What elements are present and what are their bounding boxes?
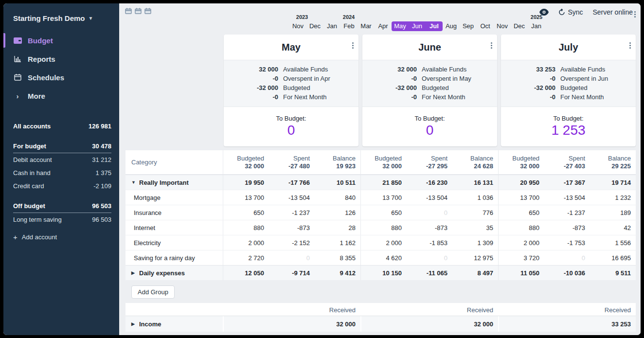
month-strip-item-jul-8[interactable]: Jul — [426, 21, 443, 31]
spent-cell[interactable]: -17 367 — [544, 175, 590, 190]
budgeted-cell[interactable]: 2 000 — [361, 235, 407, 250]
budgeted-cell[interactable]: 13 700 — [361, 190, 407, 205]
month-menu-icon[interactable] — [352, 42, 354, 49]
balance-cell[interactable]: 28 — [315, 220, 360, 235]
category-menu-icon[interactable] — [634, 11, 636, 18]
budgeted-cell[interactable]: 650 — [499, 205, 544, 220]
spent-cell[interactable]: 0 — [544, 250, 590, 265]
budgeted-cell[interactable]: 2 000 — [223, 235, 269, 250]
account-row[interactable]: Long term saving 96 503 — [13, 213, 111, 226]
balance-cell[interactable]: 126 — [315, 205, 360, 220]
account-row[interactable]: Cash in hand 1 375 — [13, 166, 111, 179]
spent-cell[interactable]: -17 766 — [269, 175, 315, 190]
category-name[interactable]: Saving for a rainy day — [134, 254, 195, 262]
budgeted-cell[interactable]: 20 950 — [499, 175, 544, 190]
income-group-label[interactable]: Income — [139, 320, 161, 328]
balance-cell[interactable]: 8 497 — [452, 266, 498, 280]
balance-cell[interactable]: 19 714 — [590, 175, 636, 190]
budgeted-cell[interactable]: 11 050 — [499, 266, 544, 280]
expand-icon[interactable]: ▶ — [131, 321, 136, 326]
balance-cell[interactable]: 10 511 — [315, 175, 360, 190]
category-name[interactable]: Really Important — [139, 179, 189, 186]
balance-cell[interactable]: 1 309 — [452, 235, 498, 250]
budgeted-cell[interactable]: 21 850 — [361, 175, 407, 190]
budgeted-cell[interactable]: 650 — [223, 205, 269, 220]
balance-cell[interactable]: 16 695 — [590, 250, 636, 265]
month-view-icon-2[interactable] — [135, 8, 142, 14]
category-name[interactable]: Daily expenses — [139, 269, 185, 277]
account-group-header[interactable]: For budget30 478 — [13, 140, 111, 153]
month-strip-item-jan-14[interactable]: Jan — [528, 21, 545, 31]
balance-cell[interactable]: 12 975 — [452, 250, 498, 265]
budgeted-cell[interactable]: 13 700 — [499, 190, 544, 205]
privacy-eye-icon[interactable] — [539, 9, 549, 16]
month-strip-item-feb-3[interactable]: Feb — [340, 21, 358, 31]
spent-cell[interactable]: 0 — [407, 250, 452, 265]
budgeted-cell[interactable]: 13 700 — [223, 190, 269, 205]
add-group-button[interactable]: Add Group — [131, 285, 175, 299]
to-budget-amount[interactable]: 1 253 — [501, 123, 636, 138]
sidebar-item-budget[interactable]: Budget — [13, 31, 111, 50]
sidebar-item-schedules[interactable]: Schedules — [13, 68, 111, 87]
sidebar-item-reports[interactable]: Reports — [13, 50, 111, 68]
balance-cell[interactable]: 9 511 — [590, 266, 636, 280]
balance-cell[interactable]: 1 036 — [452, 190, 498, 205]
balance-cell[interactable]: 1 556 — [590, 235, 636, 250]
month-strip-item-jun-7[interactable]: Jun — [409, 21, 426, 31]
budgeted-cell[interactable]: 3 720 — [499, 250, 544, 265]
budgeted-cell[interactable]: 880 — [361, 220, 407, 235]
budgeted-cell[interactable]: 19 950 — [223, 175, 269, 190]
month-strip-item-apr-5[interactable]: Apr — [375, 21, 392, 31]
spent-cell[interactable]: -16 230 — [407, 175, 452, 190]
month-strip-item-oct-11[interactable]: Oct — [477, 21, 494, 31]
sidebar-item-more[interactable]: ›More — [13, 87, 111, 105]
budgeted-cell[interactable]: 880 — [499, 220, 544, 235]
month-strip-item-sep-10[interactable]: Sep — [460, 21, 477, 31]
budgeted-cell[interactable]: 10 150 — [361, 266, 407, 280]
budgeted-cell[interactable]: 12 050 — [223, 266, 269, 280]
month-strip-item-nov-0[interactable]: Nov — [289, 21, 306, 31]
balance-cell[interactable]: 16 131 — [452, 175, 498, 190]
month-strip-item-mar-4[interactable]: Mar — [358, 21, 375, 31]
budgeted-cell[interactable]: 4 620 — [361, 250, 407, 265]
balance-cell[interactable]: 776 — [452, 205, 498, 220]
spent-cell[interactable]: 0 — [407, 205, 452, 220]
month-strip-item-nov-12[interactable]: Nov — [494, 21, 511, 31]
month-view-icon-1[interactable] — [125, 8, 132, 14]
budgeted-cell[interactable]: 650 — [361, 205, 407, 220]
category-name[interactable]: Mortgage — [134, 194, 161, 201]
month-menu-icon[interactable] — [629, 42, 631, 49]
balance-cell[interactable]: 840 — [315, 190, 360, 205]
balance-cell[interactable]: 35 — [452, 220, 498, 235]
category-name[interactable]: Internet — [134, 224, 155, 231]
spent-cell[interactable]: -873 — [544, 220, 590, 235]
spent-cell[interactable]: -13 504 — [407, 190, 452, 205]
spent-cell[interactable]: -873 — [269, 220, 315, 235]
balance-cell[interactable]: 9 412 — [315, 266, 360, 280]
server-status[interactable]: Server online — [593, 8, 633, 16]
account-group-header[interactable]: Off budget96 503 — [13, 199, 111, 213]
account-row[interactable]: Debit account 31 212 — [13, 153, 111, 166]
balance-cell[interactable]: 1 162 — [315, 235, 360, 250]
month-strip-item-jan-2[interactable]: Jan — [323, 21, 340, 31]
spent-cell[interactable]: -13 504 — [269, 190, 315, 205]
balance-cell[interactable]: 42 — [590, 220, 636, 235]
add-account-button[interactable]: + Add account — [13, 233, 111, 241]
spent-cell[interactable]: -1 753 — [544, 235, 590, 250]
to-budget-amount[interactable]: 0 — [362, 123, 497, 138]
month-view-icon-3[interactable] — [144, 8, 151, 14]
category-name[interactable]: Electricity — [134, 239, 161, 247]
account-row[interactable]: Credit card -2 109 — [13, 179, 111, 193]
spent-cell[interactable]: -1 237 — [269, 205, 315, 220]
spent-cell[interactable]: -2 152 — [269, 235, 315, 250]
month-strip-item-dec-13[interactable]: Dec — [511, 21, 528, 31]
category-name[interactable]: Insurance — [134, 209, 161, 216]
spent-cell[interactable]: -873 — [407, 220, 452, 235]
month-strip-item-may-6[interactable]: May — [392, 21, 409, 31]
sync-button[interactable]: Sync — [558, 8, 583, 16]
expand-icon[interactable]: ▼ — [131, 180, 136, 185]
to-budget-amount[interactable]: 0 — [224, 123, 358, 138]
expand-icon[interactable]: ▶ — [131, 270, 136, 275]
spent-cell[interactable]: -10 036 — [544, 266, 590, 280]
budgeted-cell[interactable]: 880 — [223, 220, 269, 235]
